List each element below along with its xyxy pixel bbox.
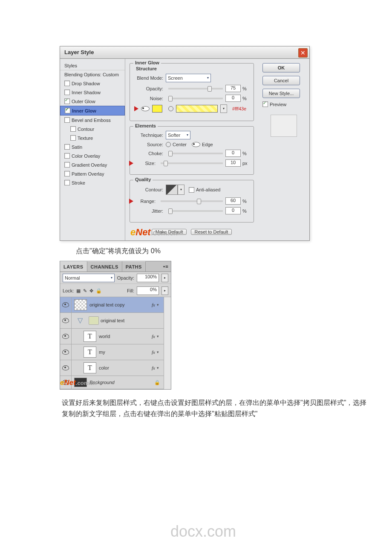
opacity-slider[interactable]: [168, 88, 223, 90]
visibility-toggle[interactable]: [60, 360, 72, 376]
checkbox-icon[interactable]: [64, 153, 70, 159]
gradient-preview[interactable]: [176, 105, 218, 113]
checkbox-icon[interactable]: [64, 81, 70, 86]
contour-dropdown[interactable]: ▾: [178, 185, 184, 195]
blend-mode-select[interactable]: Screen▾: [166, 74, 211, 82]
layer-name[interactable]: my: [99, 350, 152, 355]
layer-name[interactable]: original text copy: [89, 302, 152, 307]
opacity-flyout[interactable]: ▸: [161, 274, 168, 282]
checkbox-icon[interactable]: [65, 108, 70, 113]
lock-transparency-icon[interactable]: ▦: [76, 288, 81, 294]
fx-icon[interactable]: fx: [152, 302, 155, 307]
technique-select[interactable]: Softer▾: [166, 131, 190, 139]
text-layer-icon[interactable]: T: [84, 331, 96, 342]
opacity-input[interactable]: 100%: [137, 274, 159, 282]
tab-channels[interactable]: CHANNELS: [87, 261, 122, 272]
visibility-toggle[interactable]: [60, 313, 72, 328]
cancel-button[interactable]: Cancel: [262, 76, 300, 85]
new-style-button[interactable]: New Style...: [262, 89, 300, 98]
sidebar-outer-glow[interactable]: Outer Glow: [60, 97, 125, 106]
visibility-toggle[interactable]: [60, 329, 72, 344]
checkbox-icon[interactable]: [262, 101, 268, 107]
lock-brush-icon[interactable]: ✎: [83, 288, 87, 294]
checkbox-icon[interactable]: [64, 117, 70, 123]
layer-name[interactable]: color: [99, 365, 152, 370]
jitter-value[interactable]: 0: [225, 207, 241, 214]
visibility-toggle[interactable]: [60, 376, 72, 389]
opacity-value[interactable]: 75: [225, 85, 241, 92]
blend-mode-select[interactable]: Normal▾: [63, 274, 115, 282]
layer-item-selected[interactable]: original text copy fx ▾: [60, 297, 164, 313]
sidebar-inner-shadow[interactable]: Inner Shadow: [60, 88, 125, 97]
chevron-down-icon[interactable]: ▾: [157, 350, 161, 354]
layer-item-background[interactable]: Background 🔒 eNet.com.cn: [60, 376, 164, 389]
layer-thumbnail[interactable]: [74, 378, 87, 387]
close-icon[interactable]: ✕: [298, 48, 308, 58]
tab-paths[interactable]: PATHS: [122, 261, 146, 272]
sidebar-drop-shadow[interactable]: Drop Shadow: [60, 79, 125, 88]
sidebar-pattern-overlay[interactable]: Pattern Overlay: [60, 169, 125, 178]
chevron-down-icon[interactable]: ▾: [157, 303, 161, 307]
panel-menu-icon[interactable]: ▾≡: [160, 264, 171, 269]
source-edge-radio[interactable]: [192, 142, 200, 147]
lock-move-icon[interactable]: ✥: [89, 288, 93, 294]
visibility-toggle[interactable]: [60, 297, 72, 312]
chevron-down-icon[interactable]: ▾: [157, 334, 161, 338]
scrollbar[interactable]: [164, 297, 171, 389]
checkbox-icon[interactable]: [64, 144, 70, 150]
fx-icon[interactable]: fx: [152, 365, 155, 370]
noise-value[interactable]: 0: [225, 95, 241, 102]
sidebar-color-overlay[interactable]: Color Overlay: [60, 151, 125, 160]
fill-input[interactable]: 0%: [137, 286, 159, 295]
sidebar-bevel[interactable]: Bevel and Emboss: [60, 116, 125, 124]
sidebar-gradient-overlay[interactable]: Gradient Overlay: [60, 160, 125, 169]
reset-default-button[interactable]: Reset to Default: [191, 229, 232, 235]
choke-value[interactable]: 0: [225, 150, 241, 157]
sidebar-blending-options[interactable]: Blending Options: Custom: [60, 70, 125, 79]
sidebar-satin[interactable]: Satin: [60, 142, 125, 151]
layer-item[interactable]: T my fx ▾: [60, 344, 164, 360]
tab-layers[interactable]: LAYERS: [60, 261, 87, 272]
gradient-dropdown[interactable]: ▾: [220, 104, 227, 113]
text-layer-icon[interactable]: T: [84, 347, 96, 358]
checkbox-icon[interactable]: [70, 135, 76, 141]
layer-group-item[interactable]: ▽ original text: [60, 313, 164, 329]
checkbox-icon[interactable]: [64, 90, 70, 95]
checkbox-icon[interactable]: [64, 162, 70, 168]
sidebar-inner-glow[interactable]: Inner Glow: [60, 106, 125, 116]
checkbox-icon[interactable]: [64, 98, 70, 104]
checkbox-icon[interactable]: [64, 171, 70, 176]
noise-slider[interactable]: [168, 98, 223, 99]
layer-item[interactable]: T color fx ▾: [60, 360, 164, 376]
sidebar-texture[interactable]: Texture: [60, 133, 125, 142]
lock-all-icon[interactable]: 🔒: [96, 288, 102, 294]
ok-button[interactable]: OK: [262, 63, 300, 72]
text-layer-icon[interactable]: T: [84, 362, 96, 373]
layer-item[interactable]: T world fx ▾: [60, 329, 164, 344]
sidebar-styles[interactable]: Styles: [60, 61, 125, 70]
size-value[interactable]: 10: [225, 159, 241, 167]
color-radio[interactable]: [141, 106, 150, 111]
choke-slider[interactable]: [168, 153, 223, 154]
range-value[interactable]: 60: [225, 197, 241, 205]
fx-icon[interactable]: fx: [152, 334, 155, 339]
layer-thumbnail[interactable]: [74, 299, 87, 310]
jitter-slider[interactable]: [168, 210, 223, 212]
range-slider[interactable]: [161, 200, 223, 202]
chevron-down-icon[interactable]: ▾: [157, 366, 161, 370]
color-swatch[interactable]: [152, 105, 162, 113]
anti-aliased-checkbox[interactable]: [189, 187, 194, 193]
gradient-radio[interactable]: [168, 106, 173, 111]
preview-toggle[interactable]: Preview: [262, 101, 305, 107]
contour-preview[interactable]: [166, 185, 178, 195]
visibility-toggle[interactable]: [60, 344, 72, 360]
checkbox-icon[interactable]: [64, 180, 70, 185]
fx-icon[interactable]: fx: [152, 350, 155, 355]
sidebar-stroke[interactable]: Stroke: [60, 178, 125, 187]
source-center-radio[interactable]: [166, 142, 171, 147]
layer-name[interactable]: original text: [101, 318, 164, 323]
size-slider[interactable]: [161, 162, 223, 164]
sidebar-contour[interactable]: Contour: [60, 124, 125, 133]
checkbox-icon[interactable]: [70, 126, 76, 132]
fill-flyout[interactable]: ▸: [161, 286, 168, 295]
